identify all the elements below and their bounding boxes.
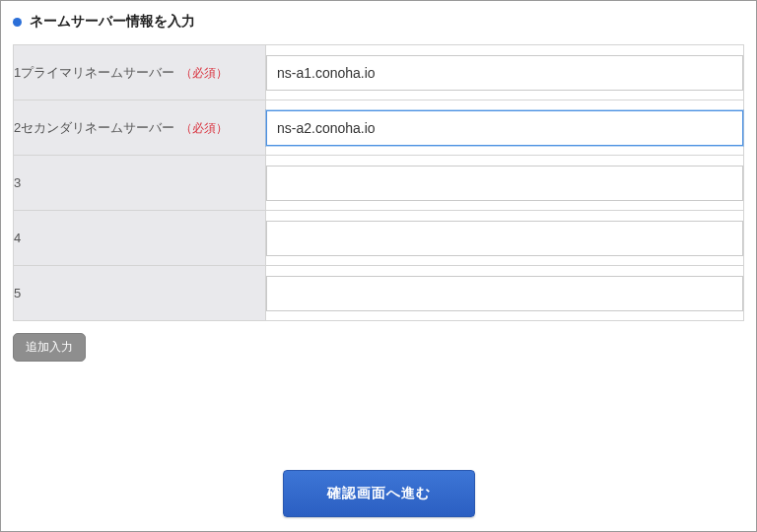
section-title: ネームサーバー情報を入力 — [13, 13, 744, 31]
secondary-ns-input[interactable] — [266, 110, 743, 146]
input-cell — [266, 45, 744, 100]
table-row: 3 — [14, 156, 744, 211]
table-row: 1プライマリネームサーバー （必須） — [14, 45, 744, 100]
submit-area: 確認画面へ進む — [13, 470, 744, 517]
row-label: 5 — [14, 286, 21, 300]
required-tag: （必須） — [180, 121, 228, 135]
input-cell — [266, 156, 744, 211]
ns3-input[interactable] — [266, 166, 743, 201]
label-secondary-ns: 2セカンダリネームサーバー （必須） — [14, 100, 266, 156]
row-label: 1プライマリネームサーバー — [14, 65, 174, 80]
table-row: 2セカンダリネームサーバー （必須） — [14, 100, 744, 156]
table-row: 5 — [14, 266, 744, 321]
ns4-input[interactable] — [266, 221, 743, 256]
ns5-input[interactable] — [266, 276, 743, 311]
input-cell — [266, 211, 744, 266]
row-label: 2セカンダリネームサーバー — [14, 120, 174, 135]
confirm-button[interactable]: 確認画面へ進む — [283, 470, 475, 517]
nameserver-table: 1プライマリネームサーバー （必須） 2セカンダリネームサーバー （必須） — [13, 44, 744, 321]
add-input-button[interactable]: 追加入力 — [13, 333, 86, 362]
row-label: 3 — [14, 175, 21, 190]
primary-ns-input[interactable] — [266, 55, 743, 91]
input-cell — [266, 266, 744, 321]
label-ns3: 3 — [14, 156, 266, 211]
input-cell — [266, 100, 744, 156]
bullet-icon — [13, 18, 22, 27]
section-title-text: ネームサーバー情報を入力 — [30, 13, 195, 31]
row-label: 4 — [14, 231, 21, 245]
label-ns5: 5 — [14, 266, 266, 321]
required-tag: （必須） — [180, 66, 228, 80]
label-primary-ns: 1プライマリネームサーバー （必須） — [14, 45, 266, 100]
label-ns4: 4 — [14, 211, 266, 266]
table-row: 4 — [14, 211, 744, 266]
form-container: ネームサーバー情報を入力 1プライマリネームサーバー （必須） 2セカンダリネー… — [0, 0, 757, 532]
